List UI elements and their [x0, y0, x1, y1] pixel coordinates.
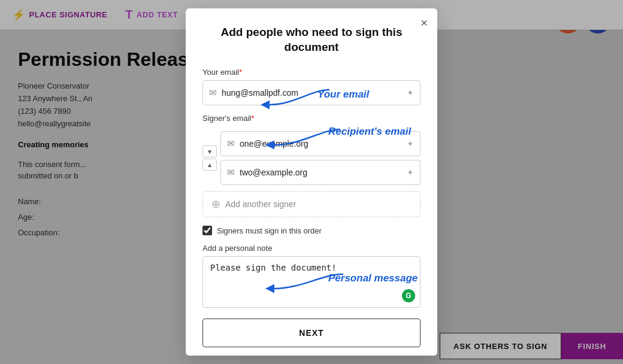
your-email-label: Your email* [202, 68, 421, 77]
your-email-field[interactable]: ✉ ✦ [202, 80, 421, 105]
signer2-magic-icon: ✦ [407, 168, 414, 177]
signer1-email-field[interactable]: ✉ ✦ [220, 131, 421, 156]
note-textarea[interactable]: Please sign the document! [203, 257, 420, 305]
signers-section: ▼ ▲ ✉ ✦ ✉ ✦ [202, 131, 421, 185]
email-envelope-icon: ✉ [209, 87, 217, 98]
signer1-magic-icon: ✦ [407, 139, 414, 148]
sign-order-checkbox-row: Signers must sign in this order [202, 226, 421, 235]
signer2-email-icon: ✉ [227, 167, 235, 178]
sign-order-label[interactable]: Signers must sign in this order [217, 226, 322, 235]
modal-close-button[interactable]: × [421, 17, 428, 29]
your-email-input[interactable] [222, 88, 402, 98]
signer-email-inputs: ✉ ✦ ✉ ✦ [220, 131, 421, 185]
signer-up-arrow[interactable]: ▲ [202, 159, 217, 171]
add-signer-button[interactable]: ⊕ Add another signer [202, 191, 421, 217]
note-label: Add a personal note [202, 244, 421, 253]
add-signer-label: Add another signer [225, 199, 296, 209]
signer1-email-input[interactable] [240, 139, 402, 148]
sign-order-checkbox[interactable] [202, 226, 212, 235]
add-circle-icon: ⊕ [211, 198, 220, 211]
magic-wand-icon: ✦ [407, 88, 414, 98]
signers-email-label: Signer's email* [202, 114, 421, 123]
signer1-email-icon: ✉ [227, 138, 235, 149]
next-button[interactable]: NEXT [202, 318, 421, 347]
signer-down-arrow[interactable]: ▼ [202, 145, 217, 157]
signer2-email-field[interactable]: ✉ ✦ [220, 160, 421, 185]
modal-title: Add people who need to sign this documen… [202, 25, 421, 54]
add-signers-modal: × Add people who need to sign this docum… [186, 8, 437, 356]
signer-order-arrows: ▼ ▲ [202, 131, 217, 185]
signer2-email-input[interactable] [240, 168, 402, 177]
modal-overlay: × Add people who need to sign this docum… [0, 0, 623, 364]
note-textarea-wrapper: Please sign the document! G [202, 256, 421, 308]
